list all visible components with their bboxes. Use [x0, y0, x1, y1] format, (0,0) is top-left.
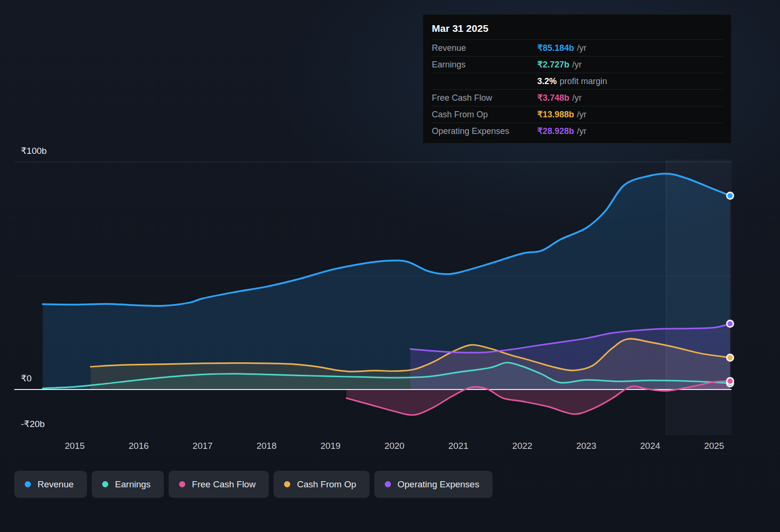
tooltip-label: Cash From Op: [432, 110, 537, 120]
tooltip-row-cash-from-op: Cash From Op ₹13.988b /yr: [432, 106, 723, 123]
x-axis-label: 2015: [65, 441, 85, 451]
operating-expenses-legend-dot-icon: [385, 481, 391, 487]
x-axis-label: 2020: [384, 441, 404, 451]
legend-item-cash-from-op[interactable]: Cash From Op: [274, 471, 370, 498]
tooltip-label: Free Cash Flow: [432, 93, 537, 103]
y-axis-label: ₹100b: [21, 146, 47, 156]
tooltip-suffix: /yr: [577, 43, 587, 53]
chart-tooltip: Mar 31 2025 Revenue ₹85.184b /yr Earning…: [423, 14, 732, 143]
free-cash-flow-legend-dot-icon: [179, 481, 185, 487]
legend-label: Free Cash Flow: [192, 479, 256, 490]
x-axis-label: 2024: [640, 441, 660, 451]
y-axis-label: -₹20b: [21, 419, 45, 429]
tooltip-value: ₹3.748b: [537, 93, 570, 103]
x-axis-label: 2025: [704, 441, 724, 451]
cash-from-op-legend-dot-icon: [284, 481, 290, 487]
tooltip-suffix: profit margin: [560, 76, 607, 86]
x-axis-label: 2017: [192, 441, 212, 451]
x-axis-label: 2021: [448, 441, 468, 451]
tooltip-row-revenue: Revenue ₹85.184b /yr: [432, 39, 723, 56]
tooltip-label: Operating Expenses: [432, 126, 537, 136]
legend-label: Operating Expenses: [398, 479, 479, 490]
legend-label: Revenue: [38, 479, 74, 490]
legend-item-free-cash-flow[interactable]: Free Cash Flow: [169, 471, 269, 498]
legend-label: Earnings: [115, 479, 151, 490]
revenue-legend-dot-icon: [25, 481, 31, 487]
tooltip-row-operating-expenses: Operating Expenses ₹28.928b /yr: [432, 123, 723, 139]
earnings-legend-dot-icon: [102, 481, 108, 487]
tooltip-row-free-cash-flow: Free Cash Flow ₹3.748b /yr: [432, 89, 723, 106]
tooltip-value: 3.2%: [537, 76, 557, 86]
legend-item-revenue[interactable]: Revenue: [14, 471, 87, 498]
chart-legend: Revenue Earnings Free Cash Flow Cash Fro…: [14, 471, 493, 498]
tooltip-date: Mar 31 2025: [432, 21, 723, 39]
x-axis-label: 2019: [321, 441, 341, 451]
x-axis-label: 2016: [129, 441, 149, 451]
tooltip-row-profit-margin: 3.2% profit margin: [432, 73, 723, 89]
x-axis-label: 2018: [257, 441, 276, 451]
x-axis-label: 2022: [512, 441, 532, 451]
y-axis-label: ₹0: [21, 373, 32, 384]
tooltip-value: ₹13.988b: [537, 109, 574, 120]
tooltip-label: Revenue: [432, 43, 537, 53]
tooltip-value: ₹28.928b: [537, 126, 574, 136]
tooltip-value: ₹2.727b: [537, 59, 570, 70]
legend-label: Cash From Op: [297, 479, 356, 490]
tooltip-suffix: /yr: [577, 110, 587, 120]
tooltip-suffix: /yr: [572, 60, 582, 70]
tooltip-suffix: /yr: [572, 93, 582, 103]
tooltip-label: Earnings: [432, 60, 537, 70]
tooltip-value: ₹85.184b: [537, 43, 574, 53]
tooltip-suffix: /yr: [577, 126, 587, 136]
tooltip-row-earnings: Earnings ₹2.727b /yr: [432, 56, 723, 73]
legend-item-operating-expenses[interactable]: Operating Expenses: [374, 471, 493, 498]
legend-item-earnings[interactable]: Earnings: [92, 471, 164, 498]
x-axis-label: 2023: [576, 441, 596, 451]
